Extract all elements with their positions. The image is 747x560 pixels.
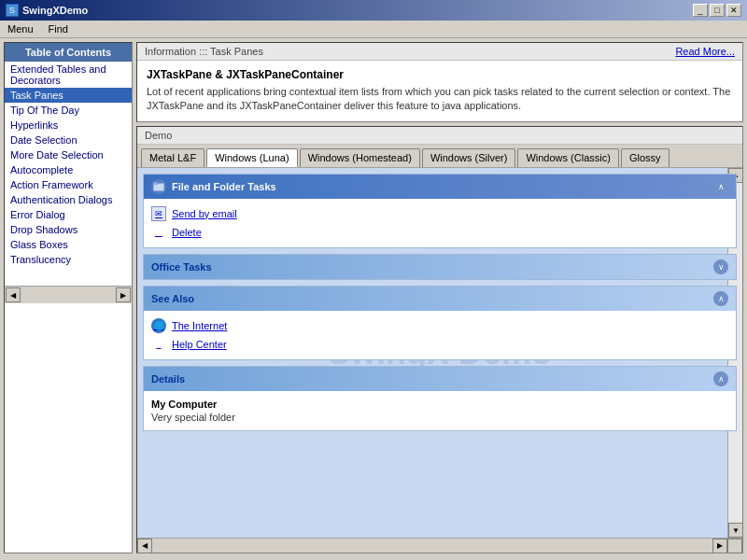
see-also-title: See Also [151, 293, 194, 304]
email-icon: ✉ [151, 206, 166, 221]
office-tasks-toggle[interactable]: ∨ [713, 259, 728, 274]
delete-icon: ↺ [151, 225, 166, 240]
sidebar-item-moredatesel[interactable]: More Date Selection [5, 147, 132, 162]
details-toggle[interactable]: ∧ [713, 371, 728, 386]
tab-windows-luna[interactable]: Windows (Luna) [206, 148, 297, 167]
delete-link[interactable]: ↺ Delete [151, 223, 728, 242]
see-also-header[interactable]: See Also ∧ [144, 287, 736, 311]
send-email-link[interactable]: ✉ Send by email [151, 204, 728, 223]
sidebar-item-extended[interactable]: Extended Tables and Decorators [5, 62, 132, 88]
scroll-corner [727, 539, 742, 553]
details-computer-text: Very special folder [151, 412, 728, 423]
help-icon: ? [151, 337, 166, 352]
title-bar-left: S SwingXDemo [6, 4, 88, 17]
menu-bar: Menu Find [0, 21, 747, 38]
scroll-down-btn[interactable]: ▼ [728, 523, 742, 538]
file-folder-toggle[interactable]: ∧ [713, 179, 728, 194]
scroll-right-btn[interactable]: ▶ [116, 287, 131, 302]
tab-windows-silver[interactable]: Windows (Silver) [422, 148, 516, 167]
menu-find[interactable]: Find [45, 22, 72, 35]
read-more-link[interactable]: Read More... [675, 46, 735, 57]
details-body: My Computer Very special folder [144, 391, 736, 430]
file-folder-icon [151, 179, 166, 194]
sidebar-item-errordialog[interactable]: Error Dialog [5, 207, 132, 222]
hscroll-track [152, 539, 712, 553]
file-folder-header[interactable]: File and Folder Tasks ∧ [144, 175, 736, 199]
demo-body: SwingX Demo File and Folder Tasks ∧ [137, 168, 742, 538]
title-bar: S SwingXDemo _ □ ✕ [0, 0, 747, 21]
sidebar-header: Table of Contents [5, 43, 132, 62]
hscroll-left-btn[interactable]: ◀ [137, 539, 152, 553]
hscroll-right-btn[interactable]: ▶ [712, 539, 727, 553]
info-panel-header: Information ::: Task Panes Read More... [137, 43, 742, 61]
details-section: Details ∧ My Computer Very special folde… [143, 366, 737, 431]
office-tasks-header[interactable]: Office Tasks ∨ [144, 255, 736, 279]
details-header[interactable]: Details ∧ [144, 367, 736, 391]
see-also-body: 🌐 The Internet ? Help Center [144, 311, 736, 359]
right-panel: Information ::: Task Panes Read More... … [136, 42, 743, 553]
sidebar-item-datesel[interactable]: Date Selection [5, 133, 132, 147]
minimize-button[interactable]: _ [693, 4, 708, 17]
file-folder-body: ✉ Send by email ↺ Delete [144, 199, 736, 247]
title-bar-buttons: _ □ ✕ [693, 4, 741, 17]
tab-windows-homestead[interactable]: Windows (Homestead) [300, 148, 420, 167]
file-folder-title: File and Folder Tasks [172, 181, 276, 192]
maximize-button[interactable]: □ [710, 4, 725, 17]
globe-icon: 🌐 [151, 318, 166, 333]
sidebar-item-hyperlinks[interactable]: Hyperlinks [5, 118, 132, 133]
internet-link[interactable]: 🌐 The Internet [151, 316, 728, 335]
tab-windows-classic[interactable]: Windows (Classic) [517, 148, 618, 167]
details-computer-title: My Computer [151, 399, 728, 410]
main-content: Table of Contents Extended Tables and De… [0, 38, 747, 557]
office-tasks-title: Office Tasks [151, 261, 212, 273]
sidebar-item-dropshadows[interactable]: Drop Shadows [5, 222, 132, 237]
sidebar-item-authdialogs[interactable]: Authentication Dialogs [5, 192, 132, 207]
see-also-section: See Also ∧ 🌐 The Internet ? Help Ce [143, 286, 737, 360]
horizontal-scrollbar: ◀ ▶ [137, 538, 742, 553]
svg-rect-1 [153, 182, 158, 184]
see-also-toggle[interactable]: ∧ [713, 291, 728, 306]
info-content-title: JXTaskPane & JXTaskPaneContainer [147, 68, 733, 81]
info-panel: Information ::: Task Panes Read More... … [136, 42, 743, 122]
sidebar-item-taskpanes[interactable]: Task Panes [5, 88, 132, 103]
scroll-left-btn[interactable]: ◀ [6, 287, 21, 302]
office-tasks-section: Office Tasks ∨ [143, 254, 737, 280]
tabs-bar: Metal L&F Windows (Luna) Windows (Homest… [137, 145, 742, 168]
demo-panel: Demo Metal L&F Windows (Luna) Windows (H… [136, 126, 743, 553]
info-panel-title: Information ::: Task Panes [145, 46, 263, 57]
tab-glossy[interactable]: Glossy [621, 148, 669, 167]
sidebar: Table of Contents Extended Tables and De… [4, 42, 133, 553]
sidebar-item-glassboxes[interactable]: Glass Boxes [5, 237, 132, 252]
close-button[interactable]: ✕ [726, 4, 741, 17]
help-center-link[interactable]: ? Help Center [151, 335, 728, 354]
sidebar-item-tipofday[interactable]: Tip Of The Day [5, 103, 132, 118]
info-content-text: Lot of recent applications bring context… [147, 85, 733, 114]
details-title: Details [151, 373, 185, 385]
tab-metal[interactable]: Metal L&F [141, 148, 204, 167]
sidebar-scrollbar: ◀ ▶ [5, 286, 132, 303]
app-icon: S [6, 4, 19, 17]
info-panel-body: JXTaskPane & JXTaskPaneContainer Lot of … [137, 61, 742, 121]
file-folder-section: File and Folder Tasks ∧ ✉ Send by email … [143, 174, 737, 248]
sidebar-item-autocomplete[interactable]: Autocomplete [5, 162, 132, 177]
menu-menu[interactable]: Menu [4, 22, 37, 35]
demo-header: Demo [137, 127, 742, 145]
sidebar-item-actionframework[interactable]: Action Framework [5, 177, 132, 192]
sidebar-item-translucency[interactable]: Translucency [5, 252, 132, 267]
window-title: SwingXDemo [22, 5, 88, 16]
